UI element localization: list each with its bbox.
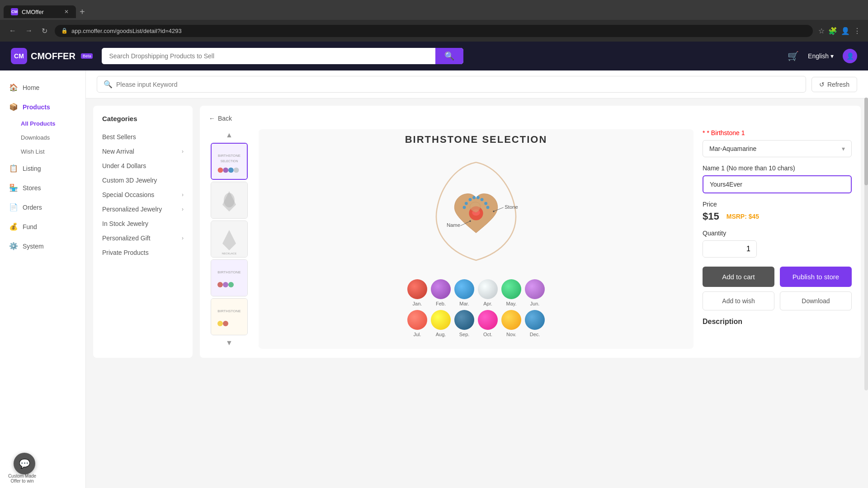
thumbnail-3[interactable]: NECKLACE [211,221,248,258]
fund-icon: 💰 [9,222,18,231]
sidebar-item-orders[interactable]: 📄 Orders [0,197,85,217]
thumbnail-down-button[interactable]: ▼ [209,337,250,349]
publish-to-store-button[interactable]: Publish to store [780,267,852,287]
address-bar[interactable]: 🔒 app.cmoffer.com/goodsList/detail?id=42… [55,25,813,37]
birthstone-dropdown[interactable]: Mar-Aquamarine ▾ [703,140,852,157]
sidebar-item-fund[interactable]: 💰 Fund [0,217,85,236]
profile-icon[interactable]: 👤 [841,27,850,35]
add-to-cart-button[interactable]: Add to cart [703,267,774,287]
category-item[interactable]: Best Sellers [102,130,184,144]
svg-text:NECKLACE: NECKLACE [222,252,236,255]
category-item[interactable]: Private Products [102,245,184,260]
sidebar-item-listing[interactable]: 📋 Listing [0,159,85,178]
thumbnail-up-button[interactable]: ▲ [209,129,250,141]
reload-nav-button[interactable]: ↻ [40,25,49,37]
thumbnail-2[interactable] [211,182,248,219]
gemstone-item[interactable]: Nov. [501,310,521,337]
gemstone-circle [454,310,474,330]
svg-point-14 [223,282,228,287]
svg-point-25 [484,202,487,205]
category-item[interactable]: Personalized Jewelry› [102,202,184,216]
category-item[interactable]: New Arrival› [102,144,184,159]
svg-point-24 [481,198,484,201]
thumbnail-1[interactable]: BIRTHSTONE SELECTION [211,143,248,180]
svg-point-34 [493,211,494,212]
gemstone-circle [454,279,474,299]
search-button[interactable]: 🔍 [435,48,463,64]
back-button[interactable]: ← Back [209,115,852,122]
thumbnail-strip: ▲ BIRTHSTONE SELECTION [209,129,250,349]
app-wrapper: 🏠 Home 📦 Products All Products Downloads… [0,70,868,488]
forward-nav-button[interactable]: → [24,25,34,37]
main-product-image: BIRTHSTONE SELECTION [259,129,693,349]
sidebar-item-stores[interactable]: 🏪 Stores [0,178,85,197]
product-main-title: BIRTHSTONE SELECTION [405,134,547,145]
gemstone-item[interactable]: Oct. [478,310,498,337]
bookmark-icon[interactable]: ☆ [818,27,825,35]
sidebar-system-label: System [23,243,44,250]
refresh-button[interactable]: ↺ Refresh [811,77,857,92]
category-item[interactable]: Special Occasions› [102,188,184,202]
category-item-label: Personalized Jewelry [102,206,162,213]
gemstone-circle [525,310,545,330]
name-input[interactable] [703,175,852,193]
chat-bubble-button[interactable]: 💬 [14,453,35,474]
sidebar-item-downloads[interactable]: Downloads [0,131,85,145]
sidebar-item-wish-list[interactable]: Wish List [0,145,85,159]
gemstone-item[interactable]: Feb. [431,279,451,306]
menu-icon[interactable]: ⋮ [854,27,861,35]
gemstone-item[interactable]: Jan. [407,279,427,306]
svg-rect-11 [211,260,247,296]
category-item-label: Private Products [102,249,149,256]
sidebar-item-system[interactable]: ⚙️ System [0,236,85,256]
keyword-filter[interactable]: 🔍 [97,76,806,93]
price-current: $15 [703,211,719,222]
products-icon: 📦 [9,103,18,111]
gemstone-item[interactable]: Sep. [454,310,474,337]
new-tab-button[interactable]: + [80,7,85,17]
price-label: Price [703,201,852,208]
add-to-wish-button[interactable]: Add to wish [703,291,774,310]
keyword-input[interactable] [116,81,799,88]
svg-point-3 [218,168,223,173]
category-item[interactable]: Custom 3D Jewelry [102,173,184,188]
sidebar-item-all-products[interactable]: All Products [0,117,85,131]
logo-icon: CM [11,48,27,64]
tab-bar: CM CMOffer ✕ + [0,0,868,20]
svg-text:SELECTION: SELECTION [221,160,238,163]
gemstone-item[interactable]: Mar. [454,279,474,306]
back-nav-button[interactable]: ← [7,25,18,37]
gemstone-item[interactable]: Apr. [478,279,498,306]
gemstone-item[interactable]: Jun. [525,279,545,306]
category-item[interactable]: In Stock Jewelry [102,216,184,231]
price-row: $15 MSRP: $45 [703,211,852,222]
user-avatar[interactable]: 👤 [843,49,857,63]
scrollbar[interactable] [864,98,868,390]
language-selector[interactable]: English ▾ [808,52,834,60]
gemstone-item[interactable]: Aug. [431,310,451,337]
browser-chrome: CM CMOffer ✕ + ← → ↻ 🔒 app.cmoffer.com/g… [0,0,868,42]
thumbnail-5[interactable]: BIRTHSTONE [211,298,248,335]
cart-icon[interactable]: 🛒 [788,51,799,61]
quantity-input[interactable] [703,241,757,257]
gemstone-item[interactable]: Jul. [407,310,427,337]
gemstone-month-label: Feb. [436,301,446,306]
sidebar-item-products[interactable]: 📦 Products [0,97,85,117]
gemstone-circle [525,279,545,299]
nav-actions: ☆ 🧩 👤 ⋮ [818,27,861,35]
gemstone-circle [407,279,427,299]
thumbnail-4[interactable]: BIRTHSTONE [211,259,248,296]
category-item[interactable]: Under 4 Dollars [102,159,184,173]
tab-close-button[interactable]: ✕ [64,9,69,15]
category-item[interactable]: Personalized Gift› [102,231,184,245]
download-button[interactable]: Download [780,291,852,310]
gemstone-item[interactable]: Dec. [525,310,545,337]
logo-area: CM CMOFFER Beta [11,48,93,64]
header-actions: 🛒 English ▾ 👤 [788,49,857,63]
gemstone-item[interactable]: May. [501,279,521,306]
scrollbar-thumb[interactable] [864,98,868,185]
search-input[interactable] [102,48,435,64]
extensions-icon[interactable]: 🧩 [828,27,837,35]
sidebar-item-home[interactable]: 🏠 Home [0,78,85,97]
active-tab[interactable]: CM CMOffer ✕ [4,5,76,18]
